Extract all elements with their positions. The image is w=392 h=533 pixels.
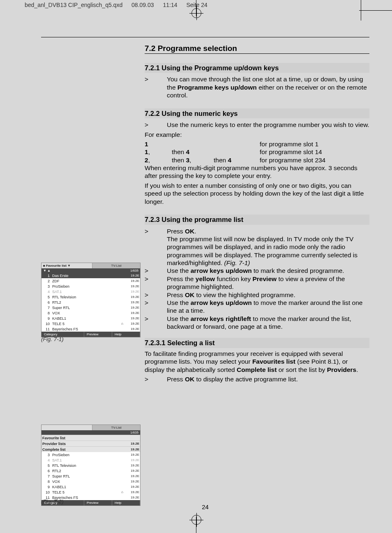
heading-7-2-2: 7.2.2 Using the numeric keys [145,108,369,119]
footer-help: Help [112,332,140,337]
fig-title-bar: ■ Favourite list ▼ TV-List [42,263,140,268]
heading-7-2-3-1: 7.2.3.1 Selecting a list [145,338,369,348]
heading-7-2: 7.2 Programme selection [145,44,369,54]
channel-number: 10 [42,490,52,494]
text-bold: Favourites list [252,358,295,365]
satellite-position: 19.2E [125,284,139,288]
list-menu-item: Provider lists19.2E [42,441,140,446]
bullet-text: Use the arrow keys right/left to move th… [167,315,369,331]
encrypted-icon: ⌂ [121,322,125,325]
fig-count-bar: 1/635 [42,430,140,435]
encrypted-icon: ⌂ [121,490,125,494]
channel-number: 8 [42,480,52,484]
channel-name: KABEL1 [52,316,121,321]
channel-number: 6 [42,469,52,473]
satellite-position: 19.2E [125,485,139,489]
bullet-marker: > [145,291,167,299]
channel-name: SAT.1 [52,458,121,462]
fig-list-type: TV-List [92,425,140,430]
channel-row: 5RTL Television19.2E [42,463,140,468]
text-bold: arrow keys up/down [191,299,252,306]
text: to display the active programme list. [194,376,298,383]
channel-number: 7 [42,474,52,478]
channel-name: TELE 5 [52,322,121,326]
key: then 4 [214,156,260,164]
text-bold: arrow keys right/left [191,315,251,322]
bullet: > Press OK. [145,227,369,235]
bullet: > Use the numeric keys to enter the prog… [145,121,369,129]
text: Use the [167,315,191,322]
satellite-position: 19.2E [125,327,139,331]
text-bold: yellow [196,275,215,282]
channel-number: 5 [42,295,52,299]
channel-number: 7 [42,306,52,310]
channel-name: SAT.1 [52,290,121,294]
satellite-position: 19.2E [125,496,139,499]
paragraph: When entering multi-digit programme numb… [145,164,369,180]
channel-name: Bayerisches FS [52,327,121,331]
channel-name: RTL Television [52,464,121,468]
key: then 3, [172,156,214,164]
channel-number: 4 [42,290,52,294]
page-number: 24 [41,503,369,510]
text: Press [167,291,185,298]
print-time: 11:14 [163,2,177,8]
channel-number: 9 [42,316,52,321]
text: . [194,228,196,235]
text: Press [167,376,185,383]
bullet: > You can move through the list one slot… [145,75,369,99]
text-bold: arrow keys up/down [191,267,252,274]
channel-number: 3 [42,453,52,457]
text: Press the [167,275,196,282]
channel-name: VOX [52,480,121,484]
channel-row: 9KABEL119.2E [42,484,140,489]
fig-ref: (Fig. 7-1) [224,259,250,266]
bullet-marker: > [145,375,167,383]
satellite-position: 19.2E [125,453,139,457]
bullet-marker: > [145,315,167,331]
result: for programme slot 1 [260,140,330,148]
text: to mark the desired programme. [252,267,344,274]
channel-number: 9 [42,485,52,489]
bullet-text: Press OK to view the highlighted program… [167,291,369,299]
text: or sort the list by [277,366,327,373]
example-table: 1 for programme slot 1 1, then 4 for pro… [145,140,330,164]
bullet-marker: > [145,275,167,291]
channel-row: 3ProSieben19.2E [42,284,140,289]
print-file: bed_anl_DVB13 CIP_englisch_q5.qxd [25,2,122,8]
fig-title-bar: TV-List [42,425,140,430]
figure-caption: (Fig. 7-1) [41,336,64,342]
satellite-position: 19.2E [125,490,139,494]
content-frame: ■ Favourite list ▼ TV-List ▼▲ 1/635 1Das… [41,37,369,510]
key: 1, [145,148,172,156]
fig-count-bar: ▼▲ 1/635 [42,268,140,273]
bullet-text: Press the yellow function key Preview to… [167,275,369,291]
paragraph: If you wish to enter a number consisting… [145,182,369,205]
satellite-position: 19.2E [125,458,139,462]
heading-7-2-3: 7.2.3 Using the programme list [145,215,369,225]
crop-mark [361,0,361,21]
satellite-position: 19.2E [125,306,139,309]
channel-row: 6RTL219.2E [42,300,140,305]
channel-row: 10TELE 5⌂19.2E [42,489,140,495]
bullet: > Use the arrow keys up/down to mark the… [145,267,369,275]
page: bed_anl_DVB13 CIP_englisch_q5.qxd 08.09.… [0,0,392,533]
channel-name: KABEL1 [52,485,121,489]
channel-row: 2ZDF19.2E [42,278,140,284]
text-bold: Preview [253,275,277,282]
channel-number: 8 [42,311,52,315]
list-menu-item: Favourite list [42,435,140,441]
channel-row: 3ProSieben19.2E [42,452,140,457]
bullet: > Use the arrow keys right/left to move … [145,315,369,331]
text-bold: Programme keys up/down [178,84,257,91]
fig-list-type: TV-List [92,263,140,268]
bullet: > Press the yellow function key Preview … [145,275,369,291]
channel-row: 6RTL219.2E [42,468,140,473]
satellite-position: 19.2E [125,322,139,325]
satellite-position: 19.2E [125,311,139,315]
channel-number: 11 [42,327,52,331]
bullet-text: Press OK to display the active programme… [167,375,369,383]
heading-7-2-1: 7.2.1 Using the Programme up/down keys [145,63,369,73]
channel-row: 9KABEL119.2E [42,316,140,321]
text: For example: [145,131,369,138]
